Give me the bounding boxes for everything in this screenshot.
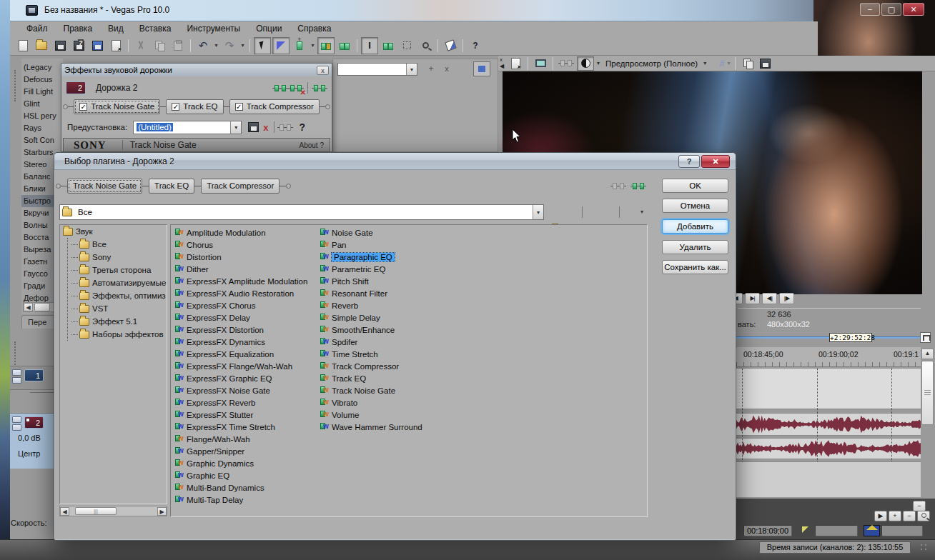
delete-icon[interactable]: x [440, 63, 453, 76]
grid-overlay-icon[interactable]: # [719, 58, 724, 69]
scroll-left-button[interactable]: ◀ [60, 507, 69, 516]
save-as-button[interactable] [70, 37, 87, 54]
empty-track-area[interactable] [736, 461, 921, 497]
transport-button[interactable]: ◀|| [762, 293, 777, 304]
zoom-tool-button[interactable] [417, 37, 434, 54]
plugin-item[interactable]: Wave Hammer Surround [320, 421, 463, 433]
loop-marker-icon[interactable] [802, 526, 808, 533]
plugin-item[interactable]: Flange/Wah-Wah [175, 433, 318, 445]
plugin-item[interactable]: Graphic EQ [175, 469, 318, 481]
plugin-item[interactable]: ExpressFX Amplitude Modulation [175, 275, 318, 287]
properties-button[interactable] [107, 37, 124, 54]
window-titlebar[interactable]: Без названия * - Vegas Pro 10.0 [10, 0, 935, 21]
zoom-tool-button[interactable] [917, 511, 930, 521]
save-as-button[interactable]: Сохранить как... [662, 260, 728, 274]
timeline-vscroll-thumb[interactable] [921, 361, 934, 425]
plugin-item[interactable]: Pitch Shift [320, 275, 463, 287]
tree-folder[interactable]: Все [60, 238, 167, 251]
marker-dropdown[interactable]: ▾ [310, 37, 316, 54]
undo-button[interactable]: ↶ [194, 37, 212, 54]
dialog-titlebar[interactable]: Выбор плагина - Дорожка 2 ? ✕ [54, 153, 736, 170]
plugin-item[interactable]: ExpressFX Equalization [175, 348, 318, 360]
tree-folder[interactable]: VST [60, 302, 167, 315]
help-pointer-button[interactable]: ? [467, 37, 484, 54]
menu-item[interactable]: Опции [248, 21, 290, 36]
preset-combo[interactable]: (Untitled)▾ [133, 121, 242, 134]
track-buttons[interactable] [12, 416, 21, 431]
timeline-scroll-up[interactable]: ▲ [921, 349, 934, 359]
dock-drag-handle[interactable] [14, 70, 16, 101]
plugin-item[interactable]: Graphic Dynamics [175, 457, 318, 469]
audio-track-lane-2[interactable] [736, 438, 921, 459]
fx-list-item[interactable]: HSL регу [21, 110, 63, 122]
selection-end-box[interactable] [881, 525, 923, 536]
chain-chip-noise-gate[interactable]: Track Noise Gate [67, 179, 142, 194]
fx-list-item[interactable]: Soft Con [21, 134, 63, 146]
help-icon[interactable]: ? [299, 121, 305, 133]
copy-snapshot-icon[interactable] [741, 56, 755, 71]
scroll-thumb[interactable] [34, 303, 50, 311]
plugin-item[interactable]: Gapper/Snipper [175, 445, 318, 457]
render-as-button[interactable] [89, 37, 106, 54]
chain-chip-track-eq[interactable]: Track EQ [149, 179, 194, 194]
plugin-item[interactable]: Noise Gate [320, 226, 463, 239]
fx-chip-track-eq[interactable]: ✓Track EQ [166, 99, 223, 114]
menu-item[interactable]: Справка [290, 21, 339, 36]
plugin-item[interactable]: Pan [320, 239, 463, 251]
preview-quality-label[interactable]: Предпросмотр (Полное) [603, 59, 701, 68]
tree-hscrollbar[interactable]: ◀ ||| ▶ [59, 506, 167, 516]
fx-list-item[interactable]: Fill Light [21, 86, 63, 98]
plugin-item[interactable]: ExpressFX Time Stretch [175, 421, 318, 433]
checkbox[interactable]: ✓ [172, 103, 179, 111]
cancel-button[interactable]: Отмена [662, 199, 728, 213]
fx-chip-noise-gate[interactable]: ✓Track Noise Gate [74, 99, 160, 114]
plugin-item[interactable]: ExpressFX Stutter [175, 409, 318, 421]
transport-button[interactable]: ||▶ [779, 293, 794, 304]
undo-dropdown[interactable]: ▾ [213, 37, 219, 54]
envelope-edit-tool-button[interactable] [272, 37, 290, 54]
plugin-item[interactable]: Reverb [320, 299, 463, 311]
plugin-item[interactable]: Paragraphic EQ [320, 251, 463, 263]
plugin-item[interactable]: Track EQ [320, 372, 463, 384]
normal-edit-tool-button[interactable] [254, 37, 271, 54]
plugin-item[interactable]: Simple Delay [320, 311, 463, 324]
track-1-number[interactable]: 1 [24, 369, 44, 381]
tree-root[interactable]: Звук [60, 225, 167, 238]
split-screen-icon[interactable] [577, 56, 594, 71]
display-options-icon[interactable] [508, 56, 523, 71]
plugin-item[interactable]: ExpressFX Dynamics [175, 336, 318, 348]
selection-start-box[interactable] [815, 525, 858, 536]
plugin-item[interactable]: ExpressFX Audio Restoration [175, 287, 318, 299]
transport-button[interactable]: ▶| [745, 293, 760, 304]
combo-dropdown[interactable]: ▾ [533, 205, 543, 219]
lock-envelopes-button[interactable] [317, 37, 335, 54]
track-volume[interactable]: 0,0 dB [18, 434, 41, 442]
add-button[interactable]: Добавить [662, 219, 728, 234]
cut-button[interactable] [132, 37, 149, 54]
group-tool-button[interactable] [380, 37, 397, 54]
scroll-right-button[interactable]: ▶ [157, 507, 167, 516]
redo-dropdown[interactable]: ▾ [239, 37, 246, 54]
fx-list-item[interactable]: Defocus [21, 74, 63, 86]
fx-chip-compressor[interactable]: ✓Track Compressor [229, 99, 320, 114]
plugin-item[interactable]: Distortion [175, 251, 318, 263]
collapse-button[interactable]: − [913, 501, 926, 511]
plugin-settings-icon[interactable] [277, 122, 293, 133]
tree-folder[interactable]: Третья сторона [60, 264, 167, 276]
tree-folder[interactable]: Автоматизируемые [60, 276, 167, 289]
quality-dropdown[interactable]: ▾ [703, 60, 706, 66]
current-timecode[interactable]: 00:18:09;00 [743, 525, 792, 536]
minimize-button[interactable]: − [860, 3, 880, 16]
plugin-item[interactable]: ExpressFX Noise Gate [175, 384, 318, 396]
fx-automation-icon[interactable] [312, 83, 327, 94]
paste-button[interactable] [169, 37, 187, 54]
auto-ripple-button[interactable]: I [361, 37, 378, 54]
insert-fx-icon[interactable] [610, 181, 626, 191]
tree-folder[interactable]: Sony [60, 251, 167, 264]
save-button[interactable] [51, 37, 69, 54]
save-preset-icon[interactable] [246, 120, 260, 134]
chain-chip-compressor[interactable]: Track Compressor [201, 179, 279, 194]
split-dropdown[interactable]: ▾ [597, 60, 600, 66]
external-monitor-icon[interactable] [533, 56, 548, 71]
plugin-item[interactable]: Amplitude Modulation [175, 226, 318, 239]
